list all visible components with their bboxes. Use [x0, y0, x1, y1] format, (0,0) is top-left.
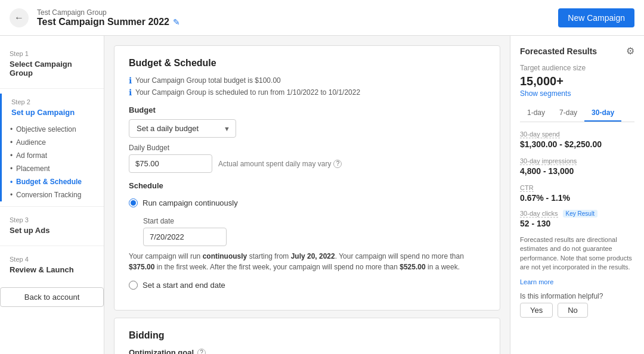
- start-date-input[interactable]: [143, 228, 227, 246]
- card-title: Budget & Schedule: [129, 58, 485, 69]
- set-start-end-label: Set a start and end date: [143, 281, 225, 290]
- schedule-radio-group: Run campaign continuously Start date You…: [129, 195, 485, 293]
- tab-30day[interactable]: 30-day: [584, 105, 621, 122]
- key-result-badge: Key Result: [563, 210, 597, 218]
- ctr-value: 0.67% - 1.1%: [520, 193, 634, 203]
- budget-section-label: Budget: [129, 105, 485, 114]
- step2-label: Step 2: [11, 98, 94, 105]
- helpful-buttons: Yes No: [520, 303, 634, 318]
- edit-icon[interactable]: ✎: [173, 17, 180, 27]
- step3-group: Step 3 Set up Ads: [0, 212, 104, 241]
- budget-dropdown-wrapper: Set a daily budget Set a total budget ▼: [129, 119, 236, 138]
- info-text-1: Your Campaign Group total budget is $100…: [135, 76, 281, 85]
- campaign-name-row: Test Campaign Summer 2022 ✎: [37, 17, 180, 27]
- budget-schedule-card: Budget & Schedule ℹ Your Campaign Group …: [114, 45, 500, 310]
- step3-title: Set up Ads: [10, 226, 94, 235]
- helpful-no-button[interactable]: No: [558, 303, 588, 318]
- step1-title: Select Campaign Group: [10, 60, 94, 77]
- ctr-label: CTR: [520, 184, 534, 192]
- step4-title: Review & Launch: [10, 265, 94, 274]
- run-continuously-label: Run campaign continuously: [143, 198, 238, 207]
- optimization-row: Optimization goal ?: [129, 348, 485, 354]
- bidding-card: Bidding Optimization goal ? Landing page…: [114, 318, 500, 354]
- daily-budget-input[interactable]: [129, 154, 212, 173]
- campaign-titles: Test Campaign Group Test Campaign Summer…: [37, 8, 180, 27]
- topbar-left: ← Test Campaign Group Test Campaign Summ…: [10, 8, 180, 27]
- panel-header: Forecasted Results ⚙: [520, 45, 634, 57]
- audience-size-value: 15,000+: [520, 74, 634, 88]
- forecast-tabs: 1-day 7-day 30-day: [520, 105, 634, 122]
- step1-label: Step 1: [10, 50, 94, 57]
- set-start-end-option[interactable]: Set a start and end date: [129, 277, 485, 293]
- back-to-account-button[interactable]: Back to account: [0, 287, 104, 307]
- ctr-metric: CTR 0.67% - 1.1%: [520, 183, 634, 203]
- learn-more-link[interactable]: Learn more: [520, 278, 553, 285]
- sidebar-item-placement[interactable]: Placement: [2, 162, 104, 175]
- sidebar-item-ad-format[interactable]: Ad format: [2, 149, 104, 162]
- step4-group: Step 4 Review & Launch: [0, 251, 104, 280]
- daily-budget-label: Daily Budget: [129, 144, 485, 152]
- info-icon-1: ℹ: [129, 76, 132, 85]
- spend-value: $1,300.00 - $2,250.00: [520, 139, 634, 149]
- main-layout: Step 1 Select Campaign Group Step 2 Set …: [0, 36, 644, 354]
- impressions-label: 30-day impressions: [520, 157, 577, 165]
- campaign-name: Test Campaign Summer 2022: [37, 17, 169, 27]
- run-continuously-radio[interactable]: [129, 198, 138, 207]
- panel-title: Forecasted Results: [520, 46, 597, 56]
- step2-group: Step 2 Set up Campaign Objective selecti…: [0, 94, 104, 201]
- new-campaign-button[interactable]: New Campaign: [558, 8, 634, 27]
- schedule-section-label: Schedule: [129, 181, 485, 190]
- back-button[interactable]: ←: [10, 8, 29, 27]
- sidebar-item-budget[interactable]: Budget & Schedule: [2, 175, 104, 188]
- audience-size-label: Target audience size: [520, 64, 634, 72]
- info-text-2: Your Campaign Group is scheduled to run …: [135, 88, 360, 97]
- content-area: Budget & Schedule ℹ Your Campaign Group …: [104, 36, 510, 354]
- budget-type-dropdown[interactable]: Set a daily budget Set a total budget: [129, 119, 236, 138]
- optimization-help-icon[interactable]: ?: [197, 349, 206, 355]
- run-continuously-option[interactable]: Run campaign continuously: [129, 195, 485, 211]
- sidebar: Step 1 Select Campaign Group Step 2 Set …: [0, 36, 104, 354]
- set-start-end-radio[interactable]: [129, 281, 138, 290]
- info-icon-2: ℹ: [129, 88, 132, 97]
- forecast-note: Forecasted results are directional estim…: [520, 235, 634, 272]
- clicks-metric: 30-day clicks Key Result 52 - 130: [520, 210, 634, 228]
- helpful-label: Is this information helpful?: [520, 292, 634, 300]
- tab-1day[interactable]: 1-day: [520, 105, 552, 122]
- step1-group: Step 1 Select Campaign Group: [0, 45, 104, 83]
- step4-label: Step 4: [10, 256, 94, 263]
- helpful-section: Is this information helpful? Yes No: [520, 292, 634, 318]
- tab-7day[interactable]: 7-day: [552, 105, 584, 122]
- step2-title: Set up Campaign: [11, 108, 94, 117]
- show-segments-link[interactable]: Show segments: [520, 89, 634, 98]
- impressions-value: 4,800 - 13,000: [520, 166, 634, 176]
- optimization-label: Optimization goal: [129, 348, 194, 354]
- info-row-1: ℹ Your Campaign Group total budget is $1…: [129, 76, 485, 85]
- step3-label: Step 3: [10, 216, 94, 223]
- daily-budget-hint: Actual amount spent daily may vary ?: [218, 160, 342, 168]
- spend-metric: 30-day spend $1,300.00 - $2,250.00: [520, 129, 634, 149]
- clicks-label-row: 30-day clicks Key Result: [520, 210, 634, 218]
- bidding-title: Bidding: [129, 330, 485, 341]
- campaign-group-label: Test Campaign Group: [37, 8, 180, 17]
- start-date-label: Start date: [143, 217, 485, 225]
- sidebar-item-objective[interactable]: Objective selection: [2, 123, 104, 136]
- forecast-panel: Forecasted Results ⚙ Target audience siz…: [510, 36, 644, 354]
- sidebar-item-audience[interactable]: Audience: [2, 136, 104, 149]
- topbar: ← Test Campaign Group Test Campaign Summ…: [0, 0, 644, 36]
- spend-label: 30-day spend: [520, 131, 560, 138]
- clicks-label: 30-day clicks: [520, 210, 558, 218]
- campaign-run-info: Your campaign will run continuously star…: [129, 251, 485, 272]
- gear-button[interactable]: ⚙: [626, 45, 634, 57]
- impressions-metric: 30-day impressions 4,800 - 13,000: [520, 156, 634, 176]
- start-date-section: Start date: [129, 217, 485, 246]
- info-row-2: ℹ Your Campaign Group is scheduled to ru…: [129, 88, 485, 97]
- daily-budget-help-icon[interactable]: ?: [333, 160, 342, 168]
- helpful-yes-button[interactable]: Yes: [520, 303, 553, 318]
- sidebar-item-conversion[interactable]: Conversion Tracking: [2, 188, 104, 201]
- daily-budget-row: Actual amount spent daily may vary ?: [129, 154, 485, 173]
- clicks-value: 52 - 130: [520, 219, 634, 228]
